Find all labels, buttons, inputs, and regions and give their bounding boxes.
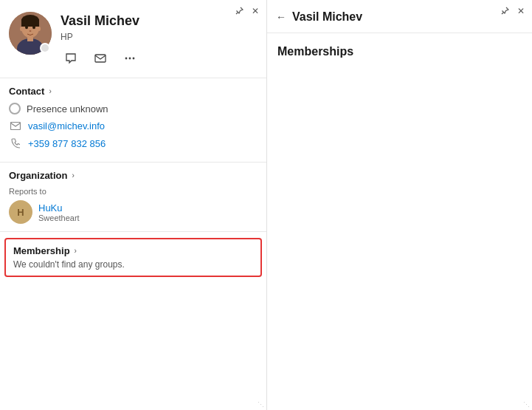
profile-name: Vasil Michev — [61, 13, 258, 29]
avatar — [9, 12, 52, 55]
profile-header: Vasil Michev HP — [0, 0, 266, 78]
back-button[interactable]: ← — [276, 11, 286, 23]
profile-company: HP — [61, 32, 258, 42]
phone-value[interactable]: +359 877 832 856 — [28, 138, 106, 149]
no-groups-message: We couldn't find any groups. — [13, 259, 253, 270]
right-window-controls: ✕ — [500, 6, 526, 16]
svg-point-9 — [20, 27, 23, 31]
chat-button[interactable] — [61, 48, 81, 69]
membership-section-title: Membership — [13, 245, 70, 256]
manager-info: HuKu Sweetheart — [38, 202, 80, 222]
svg-rect-5 — [27, 35, 33, 41]
email-value[interactable]: vasil@michev.info — [28, 120, 105, 131]
contact-chevron-icon: › — [49, 87, 51, 95]
svg-point-12 — [125, 58, 128, 60]
left-panel: ✕ — [0, 0, 267, 410]
contact-section-header[interactable]: Contact › — [9, 86, 258, 97]
resize-handle[interactable]: ⋱ — [258, 401, 265, 409]
profile-actions — [61, 48, 258, 69]
presence-circle-icon — [9, 103, 21, 115]
svg-point-8 — [30, 30, 32, 32]
svg-point-14 — [133, 58, 135, 60]
membership-section: Membership › We couldn't find any groups… — [4, 238, 262, 277]
organization-section: Organization › Reports to H HuKu Sweethe… — [0, 163, 266, 232]
presence-item: Presence unknown — [9, 103, 258, 115]
svg-rect-3 — [21, 19, 39, 27]
org-section-header[interactable]: Organization › — [9, 170, 258, 181]
org-section-title: Organization — [9, 170, 67, 181]
right-pin-button[interactable] — [500, 6, 510, 16]
email-icon — [9, 119, 22, 132]
svg-point-13 — [129, 58, 131, 60]
contact-section-title: Contact — [9, 86, 44, 97]
contact-section: Contact › Presence unknown vasil@michev.… — [0, 78, 266, 163]
right-resize-handle[interactable]: ⋱ — [523, 401, 531, 409]
presence-label: Presence unknown — [27, 103, 108, 115]
svg-point-10 — [38, 27, 41, 31]
manager-item[interactable]: H HuKu Sweetheart — [9, 200, 258, 224]
svg-rect-11 — [95, 55, 106, 62]
org-chevron-icon: › — [72, 171, 74, 180]
svg-point-6 — [25, 26, 28, 29]
presence-indicator — [40, 43, 50, 53]
profile-info: Vasil Michev HP — [61, 12, 258, 69]
email-item: vasil@michev.info — [9, 119, 258, 132]
more-button[interactable] — [120, 48, 140, 69]
reports-to-label: Reports to — [9, 187, 258, 196]
membership-section-header[interactable]: Membership › — [13, 245, 253, 256]
manager-title: Sweetheart — [38, 213, 80, 222]
memberships-title: Memberships — [267, 33, 532, 64]
svg-point-7 — [32, 26, 35, 29]
right-header: ← Vasil Michev — [267, 0, 532, 33]
manager-avatar: H — [9, 200, 32, 224]
right-profile-name: Vasil Michev — [292, 10, 362, 24]
membership-chevron-icon: › — [75, 247, 77, 255]
right-close-button[interactable]: ✕ — [516, 6, 526, 16]
phone-icon — [9, 137, 22, 150]
right-panel: ✕ ← Vasil Michev Memberships ⋱ — [267, 0, 532, 410]
phone-item: +359 877 832 856 — [9, 137, 258, 150]
email-button[interactable] — [90, 48, 111, 69]
manager-name[interactable]: HuKu — [38, 202, 80, 213]
